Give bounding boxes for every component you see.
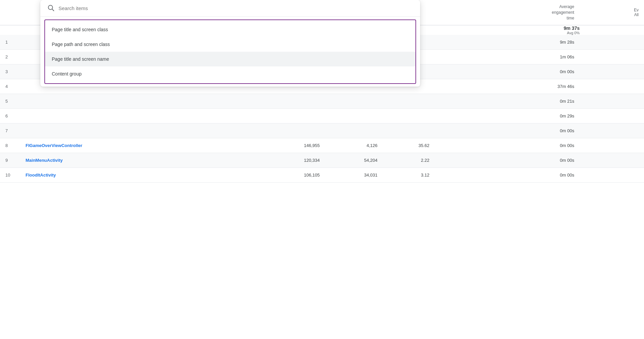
search-bar	[40, 0, 420, 17]
svg-line-1	[52, 9, 54, 11]
engagement-summary-value: 9m 37s	[564, 26, 579, 31]
dropdown-menu: Page title and screen class Page path an…	[44, 19, 416, 84]
menu-item-content-group[interactable]: Content group	[45, 66, 415, 81]
menu-item-page-path-screen-class[interactable]: Page path and screen class	[45, 37, 415, 52]
row-name-9: MainMenuActivity	[20, 153, 261, 168]
col-header-num	[0, 0, 20, 25]
search-icon	[47, 4, 54, 12]
search-input[interactable]	[58, 5, 413, 11]
table-row: 8 FIGameOverViewController 146,955 4,126…	[0, 138, 644, 153]
menu-item-page-title-screen-class[interactable]: Page title and screen class	[45, 22, 415, 37]
col-header-ev: Ev All	[579, 0, 644, 25]
row-name-8: FIGameOverViewController	[20, 138, 261, 153]
page-wrapper: Average engagement time Ev All	[0, 0, 644, 339]
dropdown-panel: Page title and screen class Page path an…	[40, 0, 420, 87]
table-row: 7 0m 00s	[0, 124, 644, 138]
table-row: 6 0m 29s	[0, 109, 644, 124]
table-row: 9 MainMenuActivity 120,334 54,204 2.22 0…	[0, 153, 644, 168]
table-row: 5 0m 21s	[0, 94, 644, 109]
engagement-summary-avg: Avg 0%	[435, 31, 580, 35]
row-name-10: FloodItActivity	[20, 168, 261, 183]
col-header-engagement: Average engagement time	[435, 0, 580, 25]
engagement-header-text: Average engagement time	[552, 4, 574, 20]
menu-item-page-title-screen-name[interactable]: Page title and screen name	[45, 52, 415, 66]
table-row: 10 FloodItActivity 106,105 34,031 3.12 0…	[0, 168, 644, 183]
